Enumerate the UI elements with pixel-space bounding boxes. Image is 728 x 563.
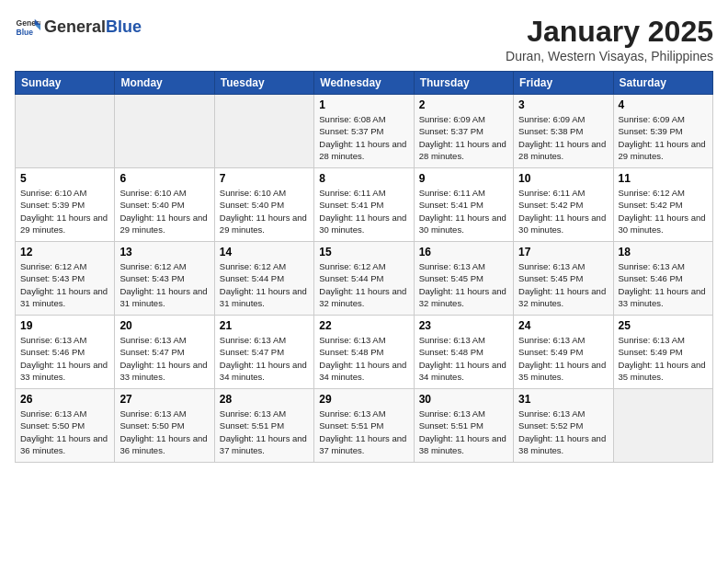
calendar-cell: 17Sunrise: 6:13 AMSunset: 5:45 PMDayligh… — [514, 242, 613, 316]
weekday-header-sunday: Sunday — [16, 72, 115, 95]
day-number: 21 — [220, 319, 309, 332]
calendar-cell: 7Sunrise: 6:10 AMSunset: 5:40 PMDaylight… — [214, 168, 313, 242]
day-number: 26 — [20, 393, 109, 406]
calendar-cell — [613, 389, 712, 463]
calendar-cell: 30Sunrise: 6:13 AMSunset: 5:51 PMDayligh… — [414, 389, 513, 463]
day-number: 20 — [119, 319, 209, 332]
day-info: Sunrise: 6:10 AMSunset: 5:39 PMDaylight:… — [20, 187, 109, 236]
day-number: 24 — [518, 319, 608, 332]
day-number: 27 — [119, 393, 209, 406]
day-info: Sunrise: 6:13 AMSunset: 5:48 PMDaylight:… — [319, 334, 408, 383]
day-info: Sunrise: 6:13 AMSunset: 5:47 PMDaylight:… — [220, 334, 309, 383]
weekday-header-wednesday: Wednesday — [314, 72, 414, 95]
calendar-cell: 24Sunrise: 6:13 AMSunset: 5:49 PMDayligh… — [514, 316, 613, 389]
day-info: Sunrise: 6:13 AMSunset: 5:45 PMDaylight:… — [419, 260, 508, 309]
day-info: Sunrise: 6:12 AMSunset: 5:44 PMDaylight:… — [220, 260, 309, 309]
day-info: Sunrise: 6:08 AMSunset: 5:37 PMDaylight:… — [319, 113, 408, 162]
day-number: 25 — [619, 319, 708, 332]
day-info: Sunrise: 6:10 AMSunset: 5:40 PMDaylight:… — [220, 187, 309, 236]
day-info: Sunrise: 6:10 AMSunset: 5:40 PMDaylight:… — [119, 187, 209, 236]
calendar-cell: 28Sunrise: 6:13 AMSunset: 5:51 PMDayligh… — [214, 389, 313, 463]
day-info: Sunrise: 6:13 AMSunset: 5:51 PMDaylight:… — [319, 408, 408, 456]
page-header: General Blue GeneralBlue January 2025 Du… — [15, 15, 713, 63]
day-info: Sunrise: 6:13 AMSunset: 5:48 PMDaylight:… — [419, 334, 508, 383]
day-number: 2 — [419, 98, 508, 111]
calendar-cell: 18Sunrise: 6:13 AMSunset: 5:46 PMDayligh… — [613, 242, 712, 316]
weekday-header-monday: Monday — [115, 72, 214, 95]
svg-text:Blue: Blue — [17, 28, 34, 37]
day-info: Sunrise: 6:13 AMSunset: 5:50 PMDaylight:… — [119, 408, 209, 456]
calendar-cell: 2Sunrise: 6:09 AMSunset: 5:37 PMDaylight… — [414, 95, 513, 168]
calendar-cell — [16, 95, 115, 168]
logo-icon: General Blue — [15, 15, 40, 40]
calendar-cell: 14Sunrise: 6:12 AMSunset: 5:44 PMDayligh… — [214, 242, 313, 316]
logo-blue-text: Blue — [106, 17, 142, 36]
day-number: 22 — [319, 319, 408, 332]
calendar-cell: 23Sunrise: 6:13 AMSunset: 5:48 PMDayligh… — [414, 316, 513, 389]
calendar-cell: 4Sunrise: 6:09 AMSunset: 5:39 PMDaylight… — [613, 95, 712, 168]
calendar-cell: 6Sunrise: 6:10 AMSunset: 5:40 PMDaylight… — [115, 168, 214, 242]
weekday-header-row: SundayMondayTuesdayWednesdayThursdayFrid… — [16, 72, 713, 95]
day-number: 8 — [319, 172, 408, 185]
calendar-cell: 19Sunrise: 6:13 AMSunset: 5:46 PMDayligh… — [16, 316, 115, 389]
calendar-cell: 8Sunrise: 6:11 AMSunset: 5:41 PMDaylight… — [314, 168, 414, 242]
calendar-cell: 10Sunrise: 6:11 AMSunset: 5:42 PMDayligh… — [514, 168, 613, 242]
day-number: 11 — [619, 172, 708, 185]
day-info: Sunrise: 6:13 AMSunset: 5:46 PMDaylight:… — [20, 334, 109, 383]
day-number: 15 — [319, 246, 408, 259]
calendar-cell — [115, 95, 214, 168]
weekday-header-saturday: Saturday — [613, 72, 712, 95]
day-info: Sunrise: 6:09 AMSunset: 5:37 PMDaylight:… — [419, 113, 508, 162]
day-info: Sunrise: 6:12 AMSunset: 5:43 PMDaylight:… — [119, 260, 209, 309]
day-number: 7 — [220, 172, 309, 185]
day-number: 4 — [619, 98, 708, 111]
calendar-week-row: 26Sunrise: 6:13 AMSunset: 5:50 PMDayligh… — [16, 389, 713, 463]
day-info: Sunrise: 6:11 AMSunset: 5:41 PMDaylight:… — [419, 187, 508, 236]
day-number: 3 — [518, 98, 608, 111]
day-info: Sunrise: 6:09 AMSunset: 5:39 PMDaylight:… — [619, 113, 708, 162]
calendar-cell: 9Sunrise: 6:11 AMSunset: 5:41 PMDaylight… — [414, 168, 513, 242]
day-info: Sunrise: 6:13 AMSunset: 5:45 PMDaylight:… — [518, 260, 608, 309]
day-number: 12 — [20, 246, 109, 259]
day-info: Sunrise: 6:13 AMSunset: 5:51 PMDaylight:… — [419, 408, 508, 456]
day-info: Sunrise: 6:13 AMSunset: 5:52 PMDaylight:… — [518, 408, 608, 456]
calendar-cell: 3Sunrise: 6:09 AMSunset: 5:38 PMDaylight… — [514, 95, 613, 168]
calendar-cell: 27Sunrise: 6:13 AMSunset: 5:50 PMDayligh… — [115, 389, 214, 463]
calendar-week-row: 1Sunrise: 6:08 AMSunset: 5:37 PMDaylight… — [16, 95, 713, 168]
calendar-week-row: 19Sunrise: 6:13 AMSunset: 5:46 PMDayligh… — [16, 316, 713, 389]
day-info: Sunrise: 6:13 AMSunset: 5:47 PMDaylight:… — [119, 334, 209, 383]
day-info: Sunrise: 6:13 AMSunset: 5:46 PMDaylight:… — [619, 260, 708, 309]
day-number: 17 — [518, 246, 608, 259]
day-number: 23 — [419, 319, 508, 332]
day-info: Sunrise: 6:12 AMSunset: 5:44 PMDaylight:… — [319, 260, 408, 309]
calendar-subtitle: Duran, Western Visayas, Philippines — [506, 49, 713, 63]
day-info: Sunrise: 6:12 AMSunset: 5:42 PMDaylight:… — [619, 187, 708, 236]
day-info: Sunrise: 6:12 AMSunset: 5:43 PMDaylight:… — [20, 260, 109, 309]
calendar-cell: 12Sunrise: 6:12 AMSunset: 5:43 PMDayligh… — [16, 242, 115, 316]
calendar-cell: 11Sunrise: 6:12 AMSunset: 5:42 PMDayligh… — [613, 168, 712, 242]
logo-general-text: General — [44, 17, 106, 36]
day-number: 6 — [119, 172, 209, 185]
day-number: 16 — [419, 246, 508, 259]
day-info: Sunrise: 6:11 AMSunset: 5:41 PMDaylight:… — [319, 187, 408, 236]
day-info: Sunrise: 6:13 AMSunset: 5:50 PMDaylight:… — [20, 408, 109, 456]
title-block: January 2025 Duran, Western Visayas, Phi… — [506, 15, 713, 63]
day-number: 30 — [419, 393, 508, 406]
day-number: 1 — [319, 98, 408, 111]
weekday-header-thursday: Thursday — [414, 72, 513, 95]
day-info: Sunrise: 6:11 AMSunset: 5:42 PMDaylight:… — [518, 187, 608, 236]
calendar-table: SundayMondayTuesdayWednesdayThursdayFrid… — [15, 71, 713, 463]
calendar-cell: 16Sunrise: 6:13 AMSunset: 5:45 PMDayligh… — [414, 242, 513, 316]
calendar-cell: 21Sunrise: 6:13 AMSunset: 5:47 PMDayligh… — [214, 316, 313, 389]
day-number: 13 — [119, 246, 209, 259]
day-number: 5 — [20, 172, 109, 185]
day-number: 31 — [518, 393, 608, 406]
calendar-cell: 20Sunrise: 6:13 AMSunset: 5:47 PMDayligh… — [115, 316, 214, 389]
calendar-cell — [214, 95, 313, 168]
calendar-cell: 5Sunrise: 6:10 AMSunset: 5:39 PMDaylight… — [16, 168, 115, 242]
day-info: Sunrise: 6:13 AMSunset: 5:49 PMDaylight:… — [619, 334, 708, 383]
day-number: 14 — [220, 246, 309, 259]
day-number: 29 — [319, 393, 408, 406]
day-info: Sunrise: 6:09 AMSunset: 5:38 PMDaylight:… — [518, 113, 608, 162]
weekday-header-tuesday: Tuesday — [214, 72, 313, 95]
